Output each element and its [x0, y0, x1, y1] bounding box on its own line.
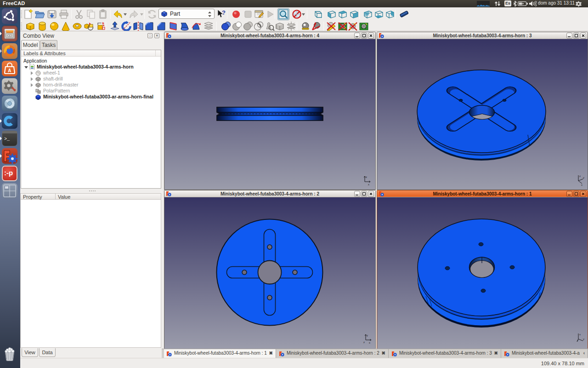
svg-text:A: A	[8, 68, 11, 73]
svg-text:?: ?	[222, 9, 226, 16]
svg-text:>_: >_	[4, 137, 10, 142]
